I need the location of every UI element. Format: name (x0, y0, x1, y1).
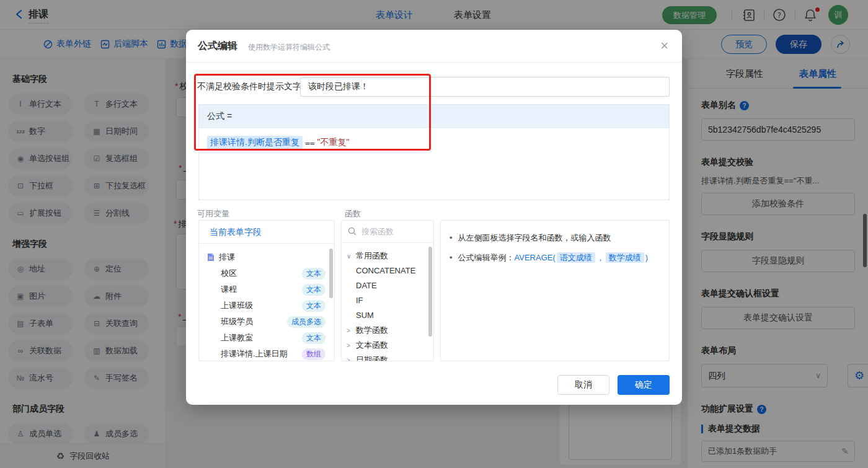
function-group-math[interactable]: >数学函数 (342, 323, 433, 338)
variable-row[interactable]: 排课详情.上课日期数组 (199, 346, 334, 361)
function-item[interactable]: IF (342, 293, 433, 308)
confirm-button[interactable]: 确定 (618, 375, 670, 395)
chevron-right-icon: > (347, 342, 353, 349)
type-badge: 文本 (302, 284, 326, 296)
type-badge: 文本 (302, 300, 326, 312)
variable-row[interactable]: 班级学员成员多选 (199, 314, 334, 330)
formula-expression[interactable]: 排课详情.判断是否重复 == "不重复" (199, 128, 669, 157)
cancel-button[interactable]: 取消 (557, 375, 609, 395)
tip-message-label: 不满足校验条件时提示文字: (197, 81, 304, 92)
formula-field-token[interactable]: 排课详情.判断是否重复 (207, 136, 303, 149)
formula-prefix-bar: 公式 = (199, 105, 669, 128)
variable-row[interactable]: 上课班级文本 (199, 298, 334, 314)
type-badge: 文本 (302, 268, 326, 280)
chevron-down-icon: ∨ (347, 253, 353, 260)
type-badge: 文本 (302, 332, 326, 344)
variable-row[interactable]: 上课教室文本 (199, 330, 334, 346)
example-field-chip: 语文成绩 (557, 252, 595, 263)
formula-string-literal: "不重复" (317, 137, 350, 148)
type-badge: 数组 (302, 348, 326, 360)
close-icon[interactable]: × (660, 38, 668, 54)
formula-help-panel: •从左侧面板选择字段名和函数，或输入函数 • 公式编辑举例：AVERAGE(语文… (440, 220, 670, 361)
function-group-text[interactable]: >文本函数 (342, 338, 433, 353)
variables-label: 可用变量 (197, 208, 229, 219)
example-field-chip: 数学成绩 (606, 252, 644, 263)
functions-panel: 搜索函数 ∨常用函数 CONCATENATE DATE IF SUM >数学函数… (341, 220, 434, 361)
modal-header: 公式编辑 使用数学运算符编辑公式 × (186, 30, 682, 63)
chevron-right-icon: > (347, 327, 353, 334)
type-badge: 成员多选 (287, 316, 326, 328)
document-icon (207, 253, 215, 262)
function-group-common[interactable]: ∨常用函数 (342, 249, 433, 263)
formula-editor-modal: 公式编辑 使用数学运算符编辑公式 × 不满足校验条件时提示文字: 公式 = 排课… (186, 30, 682, 405)
function-item[interactable]: CONCATENATE (342, 263, 433, 278)
search-placeholder: 搜索函数 (361, 226, 394, 237)
function-item[interactable]: DATE (342, 278, 433, 293)
help-line-1: •从左侧面板选择字段名和函数，或输入函数 (450, 232, 660, 244)
formula-operator: == (305, 138, 315, 148)
search-icon (348, 227, 356, 236)
function-item[interactable]: SUM (342, 308, 433, 323)
variable-row[interactable]: 课程文本 (199, 281, 334, 298)
variables-scrollbar-thumb[interactable] (329, 249, 333, 298)
formula-editor[interactable]: 公式 = 排课详情.判断是否重复 == "不重复" (198, 104, 670, 200)
modal-subtitle: 使用数学运算符编辑公式 (248, 42, 330, 53)
function-search[interactable]: 搜索函数 (342, 221, 433, 243)
chevron-right-icon: > (347, 357, 353, 362)
current-form-fields-tab[interactable]: 当前表单字段 (199, 221, 334, 244)
help-line-2: • 公式编辑举例：AVERAGE(语文成绩，数学成绩) (450, 252, 660, 263)
tip-message-input[interactable] (300, 77, 670, 97)
modal-title: 公式编辑 (198, 40, 237, 53)
function-group-date[interactable]: >日期函数 (342, 353, 433, 361)
functions-scrollbar-thumb[interactable] (428, 247, 432, 337)
variable-row[interactable]: 校区文本 (199, 265, 334, 281)
form-tree-root[interactable]: 排课 (199, 249, 334, 265)
variables-panel: 当前表单字段 排课 校区文本 课程文本 上课班级文本 班级学员成员多选 上课教室… (198, 220, 335, 361)
functions-label: 函数 (345, 208, 361, 219)
